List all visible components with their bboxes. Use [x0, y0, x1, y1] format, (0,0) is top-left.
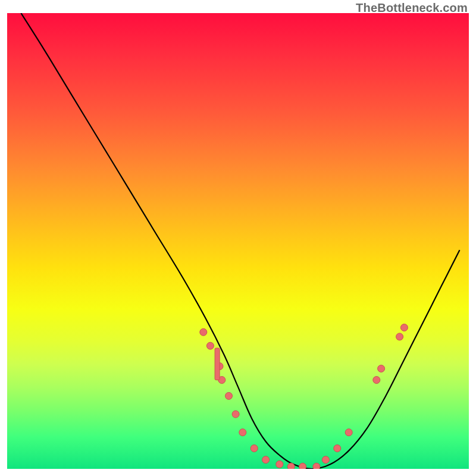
- bar-marker-group: [215, 348, 220, 380]
- data-point: [313, 463, 320, 469]
- data-point: [400, 324, 408, 331]
- chart-svg: [7, 13, 469, 469]
- data-point: [262, 456, 270, 464]
- data-point: [239, 429, 246, 436]
- data-point: [226, 392, 233, 399]
- data-point: [276, 461, 283, 468]
- data-point: [322, 456, 329, 464]
- data-point: [378, 365, 385, 372]
- data-point: [299, 463, 306, 469]
- data-point: [345, 429, 352, 436]
- data-point: [200, 328, 207, 336]
- data-points: [200, 324, 408, 469]
- chart-frame: TheBottleneck.com: [0, 0, 476, 476]
- data-point: [232, 411, 239, 418]
- data-point: [396, 333, 403, 340]
- bar-marker: [215, 348, 220, 380]
- data-point: [287, 463, 295, 469]
- data-point: [373, 377, 380, 384]
- data-point: [334, 445, 341, 452]
- bottleneck-curve: [21, 13, 459, 469]
- plot-area: [7, 13, 469, 469]
- data-point: [206, 342, 214, 349]
- data-point: [250, 445, 258, 452]
